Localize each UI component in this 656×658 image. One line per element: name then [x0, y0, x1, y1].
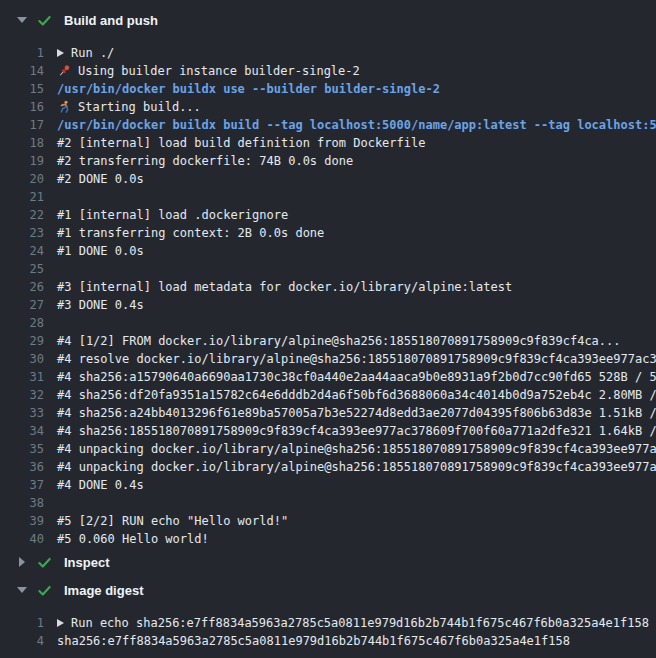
- line-number[interactable]: 32: [0, 386, 44, 404]
- log-line: 17/usr/bin/docker buildx build --tag loc…: [0, 116, 656, 134]
- line-text: sha256:e7ff8834a5963a2785c5a0811e979d16b…: [57, 632, 570, 650]
- line-number[interactable]: 28: [0, 314, 44, 332]
- line-number[interactable]: 1: [0, 614, 44, 632]
- line-text-value: #4 sha256:a24bb4013296f61e89ba57005a7b3e…: [57, 406, 656, 420]
- line-text-value: #5 [2/2] RUN echo "Hello world!": [57, 514, 288, 528]
- line-number[interactable]: 30: [0, 350, 44, 368]
- line-text: #3 [internal] load metadata for docker.i…: [57, 278, 512, 296]
- log-line: 39#5 [2/2] RUN echo "Hello world!": [0, 512, 656, 530]
- line-text-value: /usr/bin/docker buildx use --builder bui…: [57, 82, 440, 96]
- line-number[interactable]: 33: [0, 404, 44, 422]
- section-inspect: Inspect: [0, 552, 656, 572]
- log-line: 21: [0, 188, 656, 206]
- line-number[interactable]: 38: [0, 494, 44, 512]
- line-number[interactable]: 17: [0, 116, 44, 134]
- line-number[interactable]: 15: [0, 80, 44, 98]
- workflow-log-viewer: Build and push1Run ./14Using builder ins…: [0, 0, 656, 650]
- line-number[interactable]: 27: [0, 296, 44, 314]
- pushpin-icon: [57, 64, 71, 78]
- line-number[interactable]: 1: [0, 44, 44, 62]
- runner-icon: [57, 100, 71, 114]
- line-text-value: Run echo sha256:e7ff8834a5963a2785c5a081…: [71, 616, 649, 630]
- line-text: #2 [internal] load build definition from…: [57, 134, 425, 152]
- log-line: 14Using builder instance builder-single-…: [0, 62, 656, 80]
- check-success-icon: [36, 582, 52, 598]
- line-text-value: /usr/bin/docker buildx build --tag local…: [57, 118, 656, 132]
- check-success-icon: [36, 12, 52, 28]
- section-header-build-and-push[interactable]: Build and push: [0, 10, 656, 30]
- line-number[interactable]: 14: [0, 62, 44, 80]
- line-text-value: #1 DONE 0.0s: [57, 244, 144, 258]
- line-number[interactable]: 26: [0, 278, 44, 296]
- log-line: 33#4 sha256:a24bb4013296f61e89ba57005a7b…: [0, 404, 656, 422]
- line-text-value: Starting build...: [78, 100, 201, 114]
- line-text-value: #1 [internal] load .dockerignore: [57, 208, 288, 222]
- section-title: Image digest: [64, 583, 143, 598]
- log-line: 32#4 sha256:df20fa9351a15782c64e6dddb2d4…: [0, 386, 656, 404]
- line-text: /usr/bin/docker buildx use --builder bui…: [57, 80, 440, 98]
- line-number[interactable]: 19: [0, 152, 44, 170]
- line-number[interactable]: 40: [0, 530, 44, 548]
- log-line: 34#4 sha256:185518070891758909c9f839cf4c…: [0, 422, 656, 440]
- line-number[interactable]: 22: [0, 206, 44, 224]
- line-number[interactable]: 16: [0, 98, 44, 116]
- section-header-inspect[interactable]: Inspect: [0, 552, 656, 572]
- line-number[interactable]: 31: [0, 368, 44, 386]
- line-text-value: Run ./: [71, 46, 114, 60]
- line-text-value: #5 0.060 Hello world!: [57, 532, 209, 546]
- line-number[interactable]: 34: [0, 422, 44, 440]
- line-number[interactable]: 35: [0, 440, 44, 458]
- line-text: #3 DONE 0.4s: [57, 296, 144, 314]
- log-line: 25: [0, 260, 656, 278]
- line-text-value: #2 transferring dockerfile: 74B 0.0s don…: [57, 154, 353, 168]
- chevron-right-icon[interactable]: [16, 557, 28, 567]
- line-text: #1 transferring context: 2B 0.0s done: [57, 224, 324, 242]
- log-line: 26#3 [internal] load metadata for docker…: [0, 278, 656, 296]
- section-image-digest: Image digest1Run echo sha256:e7ff8834a59…: [0, 580, 656, 650]
- chevron-down-icon[interactable]: [16, 17, 28, 23]
- line-text: #4 sha256:df20fa9351a15782c64e6dddb2d4a6…: [57, 386, 656, 404]
- line-text: #4 sha256:185518070891758909c9f839cf4ca3…: [57, 422, 656, 440]
- line-number[interactable]: 37: [0, 476, 44, 494]
- log-line: 15/usr/bin/docker buildx use --builder b…: [0, 80, 656, 98]
- log-line: 1Run echo sha256:e7ff8834a5963a2785c5a08…: [0, 614, 656, 632]
- line-number[interactable]: 23: [0, 224, 44, 242]
- line-text: #5 [2/2] RUN echo "Hello world!": [57, 512, 288, 530]
- line-text: Run ./: [57, 44, 114, 62]
- section-header-image-digest[interactable]: Image digest: [0, 580, 656, 600]
- log-line: 30#4 resolve docker.io/library/alpine@sh…: [0, 350, 656, 368]
- line-number[interactable]: 20: [0, 170, 44, 188]
- check-success-icon: [36, 554, 52, 570]
- line-number[interactable]: 39: [0, 512, 44, 530]
- line-text: #4 sha256:a24bb4013296f61e89ba57005a7b3e…: [57, 404, 656, 422]
- line-text-value: sha256:e7ff8834a5963a2785c5a0811e979d16b…: [57, 634, 570, 648]
- line-number[interactable]: 36: [0, 458, 44, 476]
- line-text: #4 unpacking docker.io/library/alpine@sh…: [57, 458, 656, 476]
- log-line: 20#2 DONE 0.0s: [0, 170, 656, 188]
- line-number[interactable]: 29: [0, 332, 44, 350]
- line-text: #2 transferring dockerfile: 74B 0.0s don…: [57, 152, 353, 170]
- line-number[interactable]: 21: [0, 188, 44, 206]
- line-text: /usr/bin/docker buildx build --tag local…: [57, 116, 656, 134]
- log-line: 24#1 DONE 0.0s: [0, 242, 656, 260]
- expander-arrow-icon[interactable]: [57, 619, 64, 627]
- section-title: Inspect: [64, 555, 110, 570]
- line-text: Starting build...: [57, 98, 201, 116]
- line-text: #1 DONE 0.0s: [57, 242, 144, 260]
- log-line: 27#3 DONE 0.4s: [0, 296, 656, 314]
- log-line: 35#4 unpacking docker.io/library/alpine@…: [0, 440, 656, 458]
- line-number[interactable]: 25: [0, 260, 44, 278]
- log-line: 37#4 DONE 0.4s: [0, 476, 656, 494]
- line-text-value: Using builder instance builder-single-2: [78, 64, 360, 78]
- chevron-down-icon[interactable]: [16, 587, 28, 593]
- line-text-value: #4 sha256:185518070891758909c9f839cf4ca3…: [57, 424, 656, 438]
- line-text-value: #4 unpacking docker.io/library/alpine@sh…: [57, 460, 656, 474]
- line-number[interactable]: 18: [0, 134, 44, 152]
- line-text: #4 resolve docker.io/library/alpine@sha2…: [57, 350, 656, 368]
- expander-arrow-icon[interactable]: [57, 49, 64, 57]
- line-number[interactable]: 4: [0, 632, 44, 650]
- line-text: #4 sha256:a15790640a6690aa1730c38cf0a440…: [57, 368, 656, 386]
- log-block: 1Run ./14Using builder instance builder-…: [0, 44, 656, 548]
- log-line: 4sha256:e7ff8834a5963a2785c5a0811e979d16…: [0, 632, 656, 650]
- line-number[interactable]: 24: [0, 242, 44, 260]
